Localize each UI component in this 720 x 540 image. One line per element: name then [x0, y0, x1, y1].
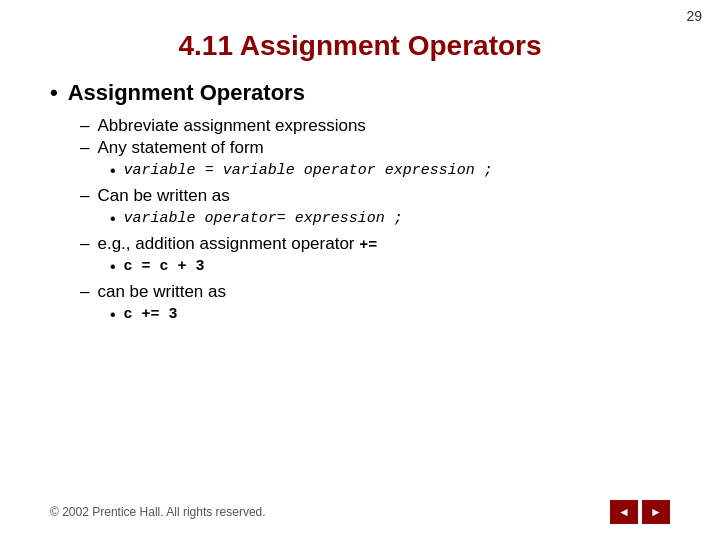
sub-bullet-3-text: c = c + 3 — [124, 258, 205, 275]
main-bullet: Assignment Operators — [50, 80, 670, 106]
copyright-text: © 2002 Prentice Hall. All rights reserve… — [50, 505, 266, 519]
dash-item-4: e.g., addition assignment operator += — [80, 234, 670, 254]
nav-buttons: ◄ ► — [610, 500, 670, 524]
dash-item-4-text: e.g., addition assignment operator += — [97, 234, 377, 254]
slide-number: 29 — [686, 8, 702, 24]
dash-item-2: Any statement of form — [80, 138, 670, 158]
dash-item-3-text: Can be written as — [97, 186, 229, 206]
sub-items-container: Abbreviate assignment expressions Any st… — [80, 116, 670, 324]
dash-item-5-text: can be written as — [97, 282, 226, 302]
dash-item-5: can be written as — [80, 282, 670, 302]
dash-item-5-section: can be written as c += 3 — [80, 282, 670, 324]
dash-item-2-section: Any statement of form variable = variabl… — [80, 138, 670, 180]
slide: 29 4.11 Assignment Operators Assignment … — [0, 0, 720, 540]
dash-item-1: Abbreviate assignment expressions — [80, 116, 670, 136]
sub-bullet-4: c += 3 — [110, 306, 670, 324]
dash-item-1-text: Abbreviate assignment expressions — [97, 116, 365, 136]
dash-item-2-text: Any statement of form — [97, 138, 263, 158]
footer: © 2002 Prentice Hall. All rights reserve… — [50, 500, 670, 524]
sub-bullet-2: variable operator= expression ; — [110, 210, 670, 228]
slide-title: 4.11 Assignment Operators — [50, 30, 670, 62]
next-arrow: ► — [650, 505, 662, 519]
next-button[interactable]: ► — [642, 500, 670, 524]
prev-arrow: ◄ — [618, 505, 630, 519]
sub-bullet-3: c = c + 3 — [110, 258, 670, 276]
sub-bullet-4-text: c += 3 — [124, 306, 178, 323]
sub-bullet-1-text: variable = variable operator expression … — [124, 162, 493, 179]
dash-item-3-section: Can be written as variable operator= exp… — [80, 186, 670, 228]
main-bullet-text: Assignment Operators — [68, 80, 305, 106]
sub-bullet-2-text: variable operator= expression ; — [124, 210, 403, 227]
sub-bullet-1: variable = variable operator expression … — [110, 162, 670, 180]
dash-item-4-section: e.g., addition assignment operator += c … — [80, 234, 670, 276]
prev-button[interactable]: ◄ — [610, 500, 638, 524]
dash-item-3: Can be written as — [80, 186, 670, 206]
